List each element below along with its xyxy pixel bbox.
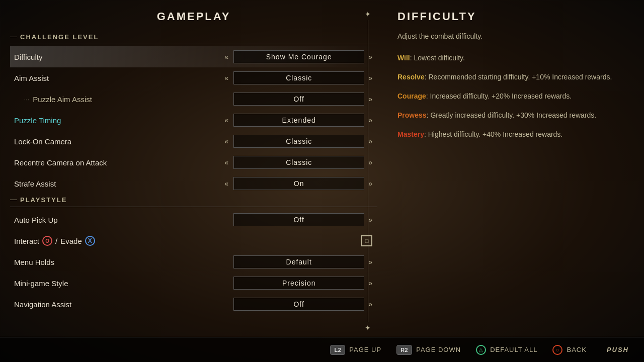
square-button-icon[interactable]: □ <box>361 235 372 246</box>
triangle-button-icon[interactable]: △ <box>476 345 486 355</box>
diff-name-resolve: Resolve <box>397 73 425 81</box>
page-up-label: PAGE UP <box>349 346 381 353</box>
setting-control-auto-pick-up[interactable]: Off » <box>233 213 372 226</box>
setting-row-auto-pick-up[interactable]: Auto Pick Up Off » <box>10 209 377 230</box>
setting-name-difficulty: Difficulty <box>10 53 221 61</box>
arrow-left-strafe[interactable]: « <box>221 179 231 188</box>
value-menu-holds: Default <box>233 255 364 268</box>
difficulty-mastery: Mastery: Highest difficulty. +40% Increa… <box>397 128 629 140</box>
diff-desc-resolve: : Recommended starting difficulty. +10% … <box>425 73 612 81</box>
value-auto-pick-up: Off <box>233 213 364 226</box>
value-strafe-assist: On <box>233 177 364 190</box>
arrow-right-difficulty[interactable]: » <box>368 53 372 61</box>
value-lock-on-camera: Classic <box>233 135 364 148</box>
circle-button-icon: O <box>42 236 52 246</box>
setting-row-navigation-assist[interactable]: Navigation Assist Off » <box>10 294 377 315</box>
setting-row-minigame-style[interactable]: Mini-game Style Precision » <box>10 273 377 294</box>
arrow-right-recentre[interactable]: » <box>368 158 372 166</box>
interact-text: Interact <box>14 237 39 245</box>
setting-control-aim-assist[interactable]: « Classic » <box>221 71 372 84</box>
setting-control-minigame-style[interactable]: Precision » <box>233 277 372 290</box>
interact-label: Interact O / Evade X <box>14 236 361 246</box>
arrow-left-aim-assist[interactable]: « <box>221 74 231 82</box>
setting-row-puzzle-timing[interactable]: Puzzle Timing « Extended » <box>10 110 377 131</box>
setting-control-puzzle-timing[interactable]: « Extended » <box>221 114 372 127</box>
difficulty-courage: Courage: Increased difficulty. +20% Incr… <box>397 90 629 102</box>
setting-row-interact[interactable]: Interact O / Evade X □ <box>10 230 377 251</box>
setting-control-navigation-assist[interactable]: Off » <box>233 298 372 311</box>
setting-name-navigation-assist: Navigation Assist <box>10 300 233 309</box>
separator: / <box>55 237 57 245</box>
diff-desc-courage: : Increased difficulty. +20% Increased r… <box>426 92 572 100</box>
difficulty-title: DIFFICULTY <box>397 10 629 23</box>
setting-control-puzzle-aim-assist[interactable]: Off » <box>233 93 372 106</box>
arrow-right-menu-holds[interactable]: » <box>368 258 372 266</box>
value-puzzle-aim-assist: Off <box>233 93 364 106</box>
difficulty-prowess: Prowess: Greatly increased difficulty. +… <box>397 109 629 121</box>
playstyle-label: PLAYSTYLE <box>10 194 377 207</box>
main-container: GAMEPLAY CHALLENGE LEVEL Difficulty « Sh… <box>0 0 644 362</box>
setting-row-puzzle-aim-assist[interactable]: Puzzle Aim Assist Off » <box>10 88 377 110</box>
setting-name-puzzle-timing: Puzzle Timing <box>10 116 221 125</box>
right-panel: DIFFICULTY Adjust the combat difficulty.… <box>377 0 644 362</box>
vertical-divider <box>367 10 368 332</box>
setting-row-menu-holds[interactable]: Menu Holds Default » <box>10 251 377 273</box>
gameplay-title: GAMEPLAY <box>10 10 377 23</box>
push-logo: PUSH <box>607 346 629 353</box>
page-up-action[interactable]: L2 PAGE UP <box>330 345 381 355</box>
back-action[interactable]: ○ BACK <box>552 345 586 355</box>
setting-name-puzzle-aim-assist: Puzzle Aim Assist <box>10 95 233 104</box>
setting-name-strafe-assist: Strafe Assist <box>10 179 221 188</box>
l2-button[interactable]: L2 <box>330 345 345 355</box>
diff-name-prowess: Prowess <box>397 111 427 119</box>
setting-row-recentre-camera[interactable]: Recentre Camera on Attack « Classic » <box>10 152 377 173</box>
default-all-action[interactable]: △ DEFAULT ALL <box>476 345 537 355</box>
arrow-right-navigation-assist[interactable]: » <box>368 300 372 308</box>
setting-row-lock-on-camera[interactable]: Lock-On Camera « Classic » <box>10 131 377 152</box>
setting-control-strafe-assist[interactable]: « On » <box>221 177 372 190</box>
arrow-right-lock-on[interactable]: » <box>368 137 372 145</box>
challenge-level-label: CHALLENGE LEVEL <box>10 31 377 44</box>
setting-control-difficulty[interactable]: « Show Me Courage » <box>221 50 372 63</box>
setting-name-lock-on-camera: Lock-On Camera <box>10 137 221 146</box>
arrow-right-puzzle-aim-assist[interactable]: » <box>368 95 372 103</box>
bottom-bar: L2 PAGE UP R2 PAGE DOWN △ DEFAULT ALL ○ … <box>0 337 644 362</box>
cross-button-icon: X <box>85 236 95 246</box>
circle-back-icon[interactable]: ○ <box>552 345 562 355</box>
arrow-left-recentre[interactable]: « <box>221 158 231 166</box>
page-down-action[interactable]: R2 PAGE DOWN <box>396 345 461 355</box>
arrow-left-puzzle-timing[interactable]: « <box>221 116 231 124</box>
setting-name-menu-holds: Menu Holds <box>10 258 233 266</box>
diff-desc-will: : Lowest difficulty. <box>410 54 465 62</box>
diff-name-courage: Courage <box>397 92 426 100</box>
left-panel: GAMEPLAY CHALLENGE LEVEL Difficulty « Sh… <box>0 0 377 362</box>
setting-name-auto-pick-up: Auto Pick Up <box>10 216 233 224</box>
diff-desc-prowess: : Greatly increased difficulty. +30% Inc… <box>427 111 597 119</box>
arrow-left-lock-on[interactable]: « <box>221 137 231 145</box>
value-recentre-camera: Classic <box>233 156 364 169</box>
arrow-right-strafe[interactable]: » <box>368 179 372 188</box>
back-label: BACK <box>567 346 586 353</box>
setting-name-aim-assist: Aim Assist <box>10 74 221 82</box>
setting-control-menu-holds[interactable]: Default » <box>233 255 372 268</box>
value-puzzle-timing: Extended <box>233 114 364 127</box>
arrow-left-difficulty[interactable]: « <box>221 53 231 61</box>
arrow-right-puzzle-timing[interactable]: » <box>368 116 372 124</box>
diff-name-mastery: Mastery <box>397 130 424 138</box>
setting-name-recentre-camera: Recentre Camera on Attack <box>10 158 221 167</box>
settings-list: CHALLENGE LEVEL Difficulty « Show Me Cou… <box>10 31 377 332</box>
difficulty-description: Adjust the combat difficulty. <box>397 31 629 42</box>
setting-row-aim-assist[interactable]: Aim Assist « Classic » <box>10 67 377 88</box>
diff-name-will: Will <box>397 54 410 62</box>
setting-control-lock-on-camera[interactable]: « Classic » <box>221 135 372 148</box>
setting-row-difficulty[interactable]: Difficulty « Show Me Courage » <box>10 46 377 67</box>
value-aim-assist: Classic <box>233 71 364 84</box>
arrow-right-aim-assist[interactable]: » <box>368 74 372 82</box>
setting-row-strafe-assist[interactable]: Strafe Assist « On » <box>10 173 377 194</box>
value-difficulty: Show Me Courage <box>233 50 364 63</box>
r2-button[interactable]: R2 <box>396 345 412 355</box>
setting-control-recentre-camera[interactable]: « Classic » <box>221 156 372 169</box>
value-navigation-assist: Off <box>233 298 364 311</box>
arrow-right-minigame-style[interactable]: » <box>368 279 372 287</box>
arrow-right-auto-pick-up[interactable]: » <box>368 216 372 224</box>
